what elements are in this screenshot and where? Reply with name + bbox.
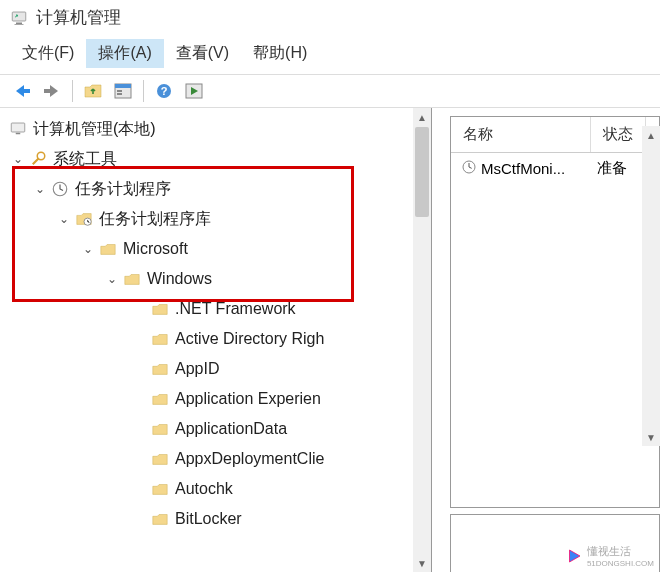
watermark: 懂视生活 51DONGSHI.COM (565, 544, 654, 568)
folder-label: .NET Framework (175, 294, 296, 324)
folder-icon (98, 239, 118, 259)
task-name: MsCtfMoni... (481, 160, 565, 177)
svg-text:?: ? (161, 85, 168, 97)
folder-label: Autochk (175, 474, 233, 504)
svg-rect-0 (12, 12, 26, 21)
chevron-down-icon[interactable]: ⌄ (104, 271, 120, 287)
tree-microsoft[interactable]: ⌄ Microsoft (4, 234, 427, 264)
folder-label: BitLocker (175, 504, 242, 534)
tree-folder[interactable]: AppID (4, 354, 427, 384)
tree-folder[interactable]: Application Experien (4, 384, 427, 414)
folder-icon (150, 359, 170, 379)
scroll-up-icon[interactable]: ▲ (413, 108, 431, 126)
folder-label: ApplicationData (175, 414, 287, 444)
menu-help[interactable]: 帮助(H) (241, 39, 319, 68)
scroll-down-icon[interactable]: ▼ (413, 554, 431, 572)
menu-bar: 文件(F) 操作(A) 查看(V) 帮助(H) (0, 35, 660, 74)
tree-folder[interactable]: AppxDeploymentClie (4, 444, 427, 474)
tree-folder[interactable]: BitLocker (4, 504, 427, 534)
tree-sys-tools[interactable]: ⌄ 系统工具 (4, 144, 427, 174)
window-title: 计算机管理 (36, 6, 121, 29)
tree-windows[interactable]: ⌄ Windows (4, 264, 427, 294)
folder-icon (150, 329, 170, 349)
folder-label: AppxDeploymentClie (175, 444, 324, 474)
app-icon (10, 9, 28, 27)
details-scrollbar[interactable]: ▲ ▼ (642, 126, 660, 446)
tree-scrollbar[interactable]: ▲ ▼ (413, 108, 431, 572)
scroll-down-icon[interactable]: ▼ (642, 428, 660, 446)
details-header: 名称 状态 (451, 117, 659, 153)
tree-folder[interactable]: ApplicationData (4, 414, 427, 444)
watermark-text: 懂视生活 (587, 544, 654, 559)
svg-rect-1 (16, 22, 22, 24)
tree-folder[interactable]: Active Directory Righ (4, 324, 427, 354)
tree-task-scheduler[interactable]: ⌄ 任务计划程序 (4, 174, 427, 204)
svg-rect-13 (16, 133, 21, 135)
details-pane: 名称 状态 MsCtfMoni... 准备 ▲ ▼ (432, 108, 660, 572)
folder-label: Application Experien (175, 384, 321, 414)
tools-icon (28, 149, 48, 169)
clock-icon (50, 179, 70, 199)
col-status[interactable]: 状态 (591, 117, 646, 152)
toolbar: ? (0, 74, 660, 108)
run-button[interactable] (180, 78, 208, 104)
table-row[interactable]: MsCtfMoni... 准备 (451, 153, 659, 184)
up-button[interactable] (79, 78, 107, 104)
toolbar-sep (143, 80, 144, 102)
help-button[interactable]: ? (150, 78, 178, 104)
folder-label: AppID (175, 354, 219, 384)
title-bar: 计算机管理 (0, 0, 660, 35)
chevron-down-icon[interactable]: ⌄ (56, 211, 72, 227)
folder-icon (150, 449, 170, 469)
toolbar-sep (72, 80, 73, 102)
folder-icon (150, 509, 170, 529)
tree-root[interactable]: 计算机管理(本地) (4, 114, 427, 144)
folder-label: Active Directory Righ (175, 324, 324, 354)
tree-folder[interactable]: .NET Framework (4, 294, 427, 324)
task-status: 准备 (597, 159, 627, 178)
svg-rect-7 (117, 90, 122, 92)
svg-rect-3 (22, 89, 30, 93)
tree-task-library[interactable]: ⌄ 任务计划程序库 (4, 204, 427, 234)
svg-rect-4 (44, 89, 52, 93)
folder-icon (150, 389, 170, 409)
properties-button[interactable] (109, 78, 137, 104)
scroll-up-icon[interactable]: ▲ (642, 126, 660, 144)
folder-icon (150, 419, 170, 439)
svg-rect-2 (15, 24, 24, 25)
forward-button[interactable] (38, 78, 66, 104)
tree-pane: 计算机管理(本地) ⌄ 系统工具 ⌄ 任务计划程序 ⌄ 任务计划程序库 (0, 108, 432, 572)
clock-icon (461, 159, 477, 178)
watermark-logo-icon (565, 547, 583, 565)
menu-view[interactable]: 查看(V) (164, 39, 241, 68)
back-button[interactable] (8, 78, 36, 104)
folder-icon (150, 299, 170, 319)
folder-clock-icon (74, 209, 94, 229)
scroll-thumb[interactable] (415, 127, 429, 217)
folder-icon (150, 479, 170, 499)
tree-folder[interactable]: Autochk (4, 474, 427, 504)
chevron-down-icon[interactable]: ⌄ (80, 241, 96, 257)
svg-rect-12 (11, 123, 25, 132)
chevron-down-icon[interactable]: ⌄ (32, 181, 48, 197)
chevron-down-icon[interactable]: ⌄ (10, 151, 26, 167)
svg-rect-6 (115, 84, 131, 88)
computer-icon (8, 119, 28, 139)
svg-point-14 (37, 152, 45, 160)
folder-icon (122, 269, 142, 289)
watermark-domain: 51DONGSHI.COM (587, 559, 654, 568)
menu-file[interactable]: 文件(F) (10, 39, 86, 68)
svg-rect-8 (117, 93, 122, 95)
menu-action[interactable]: 操作(A) (86, 39, 163, 68)
col-name[interactable]: 名称 (451, 117, 591, 152)
